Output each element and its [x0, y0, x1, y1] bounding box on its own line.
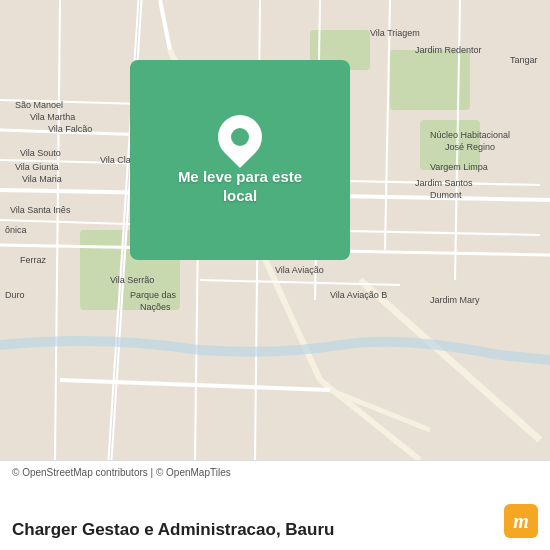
place-name: Charger Gestao e Administracao, Bauru	[12, 520, 538, 540]
highlighted-area[interactable]: Me leve para este local	[130, 60, 350, 260]
moovit-icon: m	[504, 504, 538, 538]
callout-text: Me leve para este local	[178, 167, 302, 206]
attribution: © OpenStreetMap contributors | © OpenMap…	[12, 467, 538, 478]
svg-rect-4	[420, 120, 480, 170]
location-pin	[218, 115, 262, 159]
moovit-logo: m	[504, 504, 538, 538]
map-container: Vila TriagemJardim RedentorTangarSão Man…	[0, 0, 550, 460]
info-bar: © OpenStreetMap contributors | © OpenMap…	[0, 460, 550, 550]
